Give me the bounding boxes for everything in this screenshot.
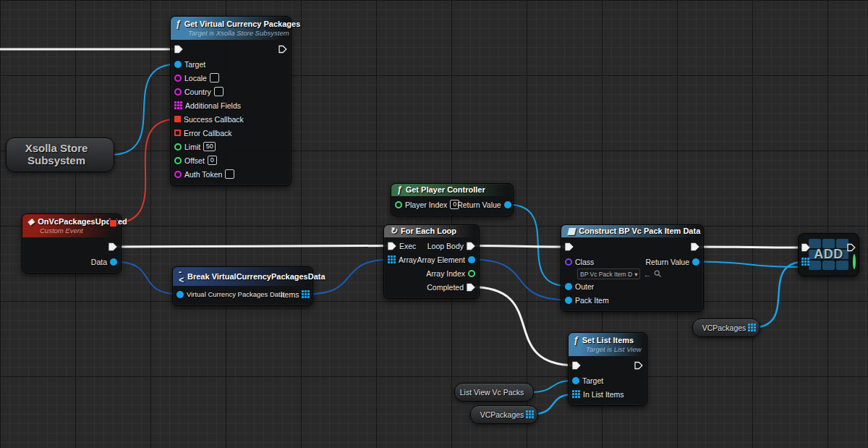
pin-empty-box[interactable] [225, 169, 234, 179]
pin-label: Auth Token [184, 170, 222, 179]
blue-pin[interactable] [174, 61, 182, 68]
array-pin[interactable] [526, 410, 534, 418]
variable-label: Xsolla Store Subsystem [11, 143, 109, 167]
node-add[interactable]: ADD [798, 233, 859, 276]
blue-pin[interactable] [504, 201, 511, 208]
function-icon: ƒ [397, 186, 402, 194]
wire-fel-loopbody-to-cns-exec_in[interactable] [471, 246, 569, 248]
blue-pin[interactable] [565, 297, 572, 304]
node-header[interactable]: ↻For Each Loop [384, 225, 479, 237]
array-pin[interactable] [388, 255, 396, 263]
pin-row [561, 239, 703, 255]
pin-group: Data [91, 258, 117, 266]
wire-onvc-exec_out-to-fel-exec_in[interactable] [113, 246, 392, 248]
node-lv[interactable]: List View Vc Packs [454, 383, 534, 402]
pin-row: Offset0 [171, 153, 291, 167]
exec-in-pin[interactable] [565, 242, 574, 251]
array-pin[interactable] [748, 324, 756, 331]
magenta-pin[interactable] [174, 171, 182, 178]
node-xsolla[interactable]: Xsolla Store Subsystem [6, 138, 114, 172]
delegate-pin[interactable] [174, 130, 181, 136]
node-header[interactable]: ◈OnVcPackagesUpdatedCustom Event [22, 214, 121, 237]
node-gvcp[interactable]: ƒGet Virtual Currency PackagesTarget is … [170, 16, 292, 186]
node-cns[interactable]: ▦Construct BP Vc Pack Item DataClassRetu… [561, 224, 704, 312]
exec-out-pin[interactable] [691, 242, 699, 251]
wire-onvc-delegate-to-gvcp-success[interactable] [114, 119, 178, 224]
green-pin[interactable] [395, 201, 402, 208]
node-brk[interactable]: -<Break VirtualCurrencyPackagesDataVirtu… [172, 266, 313, 306]
wire-fel-element-to-cns-packitem[interactable] [472, 260, 569, 300]
green-pin[interactable] [853, 254, 856, 269]
pin-label: Country [184, 88, 211, 96]
exec-in-pin[interactable] [572, 361, 581, 370]
exec-out-pin[interactable] [467, 283, 475, 292]
blue-pin[interactable] [692, 258, 699, 266]
pin-value-box[interactable]: 0 [208, 156, 217, 165]
pin-row: Success Callback [171, 112, 291, 126]
delegate-pin[interactable] [109, 219, 117, 227]
node-header[interactable]: ƒSet List ItemsTarget is List View [569, 333, 647, 356]
class-dropdown[interactable]: BP Vc Pack Item D▾ [577, 269, 640, 279]
blue-pin[interactable] [572, 377, 579, 384]
exec-out-pin[interactable] [278, 45, 287, 54]
pin-label: Array Index [426, 269, 465, 278]
exec-in-pin[interactable] [801, 243, 810, 252]
blueprint-canvas[interactable]: ƒGet Virtual Currency PackagesTarget is … [0, 0, 868, 448]
pin-group: Success Callback [174, 115, 244, 124]
green-pin[interactable] [174, 143, 182, 151]
pin-empty-box[interactable] [210, 73, 219, 83]
node-fel[interactable]: ↻For Each LoopExecLoop BodyArrayArray El… [383, 224, 480, 299]
array-pin[interactable] [801, 258, 809, 266]
exec-out-pin[interactable] [109, 242, 117, 251]
array-pin[interactable] [572, 390, 580, 398]
pin-group: Items [281, 290, 309, 299]
pin-empty-box[interactable] [214, 87, 224, 96]
wire-onvc-data-to-brk-in[interactable] [114, 262, 180, 295]
pin-value-box[interactable]: 50 [203, 142, 216, 151]
array-pin[interactable] [174, 101, 182, 109]
add-node-label: ADD [809, 239, 848, 270]
node-onvc[interactable]: ◈OnVcPackagesUpdatedCustom EventData [22, 214, 122, 274]
exec-in-pin[interactable] [388, 242, 396, 250]
blue-pin[interactable] [176, 291, 184, 298]
magenta-pin[interactable] [174, 88, 182, 96]
construct-icon: ▦ [567, 227, 575, 235]
node-header[interactable]: ƒGet Player Controller [391, 184, 513, 196]
node-gpc[interactable]: ƒGet Player ControllerPlayer Index0Retur… [391, 183, 514, 216]
green-pin[interactable] [174, 157, 182, 164]
blue-pin[interactable] [565, 283, 572, 290]
pin-row: Target [171, 57, 291, 71]
delegate-pin[interactable] [174, 116, 181, 122]
wire-cns-exec_out-to-add-exec_in[interactable] [695, 247, 806, 248]
exec-in-pin[interactable] [174, 45, 183, 54]
exec-out-pin[interactable] [467, 242, 475, 250]
pin-group: Error Callback [174, 129, 232, 138]
node-sli[interactable]: ƒSet List ItemsTarget is List ViewTarget… [568, 332, 647, 406]
node-vcpb[interactable]: VCPackages [470, 405, 538, 424]
blue-pin[interactable] [468, 256, 475, 263]
node-title: Get Virtual Currency Packages [184, 20, 301, 29]
node-header[interactable]: -<Break VirtualCurrencyPackagesData [173, 267, 312, 286]
magenta-pin[interactable] [174, 75, 182, 82]
node-header[interactable]: ƒGet Virtual Currency PackagesTarget is … [171, 17, 291, 40]
purple-pin[interactable] [565, 258, 572, 266]
wire-xsolla-out-to-gvcp-target[interactable] [110, 64, 178, 156]
exec-out-pin[interactable] [847, 243, 856, 252]
node-title: Set List Items [582, 336, 634, 345]
browse-icon[interactable] [654, 270, 662, 278]
array-pin[interactable] [302, 290, 310, 298]
pin-group [174, 45, 183, 54]
node-vcpr[interactable]: VCPackages [692, 318, 760, 337]
blue-pin[interactable] [110, 258, 117, 266]
exec-out-pin[interactable] [634, 361, 643, 370]
node-subtitle: Custom Event [40, 227, 115, 234]
pin-group: Exec [388, 242, 416, 250]
pin-label: Success Callback [184, 115, 244, 124]
function-icon: ƒ [574, 337, 579, 345]
use-selected-icon[interactable]: ← [643, 271, 651, 278]
wire-cns-ret-to-add-elem[interactable] [696, 262, 801, 268]
green-pin[interactable] [468, 270, 475, 277]
pin-row: Completed [384, 280, 479, 294]
pin-group: Array Index [426, 269, 475, 278]
node-header[interactable]: ▦Construct BP Vc Pack Item Data [561, 225, 703, 237]
